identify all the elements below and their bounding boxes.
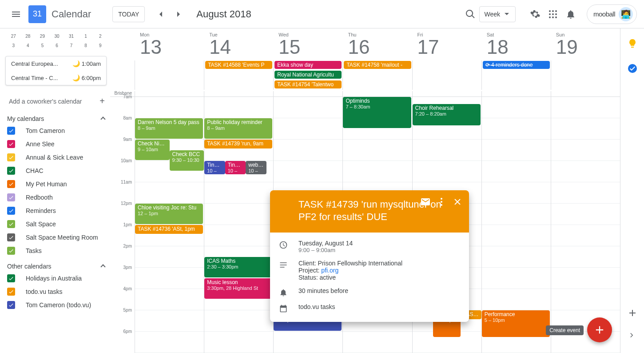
settings-button[interactable] bbox=[526, 5, 544, 23]
day-header[interactable]: Wed15 bbox=[273, 28, 342, 60]
calendar-list-item[interactable]: todo.vu tasks bbox=[4, 285, 110, 298]
timed-event[interactable]: ICAS Maths2:30 – 3:30pm bbox=[204, 257, 272, 277]
mini-cal-day[interactable]: 1 bbox=[80, 34, 91, 39]
event-project-link[interactable]: pfi.org bbox=[321, 267, 338, 274]
mini-cal-day[interactable]: 27 bbox=[8, 34, 19, 39]
mini-cal-day[interactable]: 7 bbox=[66, 43, 77, 48]
email-guests-button[interactable] bbox=[417, 194, 433, 210]
calendar-list-item[interactable]: Holidays in Australia bbox=[4, 272, 110, 285]
mini-cal-day[interactable]: 28 bbox=[23, 34, 33, 39]
close-popup-button[interactable] bbox=[449, 194, 465, 210]
calendar-checkbox[interactable] bbox=[7, 193, 15, 201]
timed-event[interactable]: Choir Rehearsal7:20 – 8:20am bbox=[413, 104, 481, 125]
day-header[interactable]: Sun19 bbox=[551, 28, 620, 60]
world-clock-row[interactable]: Central Time - C...🌙6:00pm bbox=[6, 71, 106, 85]
add-addon-button[interactable] bbox=[624, 305, 640, 321]
calendar-list-item[interactable]: CHAC bbox=[4, 164, 110, 177]
mini-cal-day[interactable]: 30 bbox=[52, 34, 62, 39]
allday-event[interactable]: Royal National Agricultu bbox=[274, 71, 342, 79]
day-header[interactable]: Mon13 bbox=[135, 28, 204, 60]
day-header[interactable]: Thu16 bbox=[342, 28, 412, 60]
day-column[interactable]: Public holiday reminder8 – 9amTASK #1473… bbox=[204, 97, 273, 353]
mini-cal-day[interactable]: 2 bbox=[95, 34, 106, 39]
timed-event[interactable]: Chloe visiting Joc re: Stu12 – 1pm bbox=[135, 204, 203, 224]
allday-event[interactable]: Ekka show day bbox=[274, 61, 342, 69]
timed-event[interactable]: Optiminds7 – 8:30am bbox=[343, 97, 411, 128]
calendar-checkbox[interactable] bbox=[7, 220, 15, 228]
calendar-list-item[interactable]: My Pet Human bbox=[4, 177, 110, 191]
timed-event[interactable]: Public holiday reminder8 – 9am bbox=[204, 118, 272, 139]
hour-label: 1pm bbox=[110, 225, 135, 246]
timed-event[interactable]: webina10 – 11 bbox=[246, 161, 266, 174]
mini-calendar[interactable]: 272829303112 3456789 bbox=[4, 32, 110, 54]
allday-event[interactable]: TASK #14754 'Talentwo bbox=[274, 80, 342, 88]
mini-cal-day[interactable]: 4 bbox=[23, 43, 33, 48]
apps-button[interactable] bbox=[544, 5, 562, 23]
timed-event[interactable]: Music lesson3:30pm, 28 Highland St bbox=[204, 278, 272, 299]
calendar-checkbox[interactable] bbox=[7, 127, 15, 135]
calendar-checkbox[interactable] bbox=[7, 153, 15, 161]
allday-event[interactable]: ⟳ 4 reminders done bbox=[483, 61, 550, 69]
my-calendars-header[interactable]: My calendars bbox=[4, 110, 110, 124]
hour-label: 9am bbox=[110, 140, 135, 161]
add-coworker-calendar[interactable]: Add a coworker's calendar + bbox=[4, 92, 110, 110]
calendar-list-item[interactable]: Anne Slee bbox=[4, 137, 110, 151]
calendar-list-item[interactable]: Salt Space bbox=[4, 217, 110, 231]
timed-event[interactable]: TASK #14736 'ASt, 1pm bbox=[135, 225, 203, 234]
mini-cal-day[interactable]: 29 bbox=[37, 34, 48, 39]
keep-icon[interactable] bbox=[624, 36, 640, 52]
calendar-checkbox[interactable] bbox=[7, 288, 15, 296]
mini-cal-day[interactable]: 3 bbox=[8, 43, 19, 48]
timed-event[interactable]: TASK #14739 'run, 9am bbox=[204, 140, 272, 148]
today-button[interactable]: TODAY bbox=[112, 6, 145, 22]
allday-event[interactable]: TASK #14588 'Events P bbox=[205, 61, 272, 69]
moon-icon: 🌙 bbox=[72, 60, 80, 67]
day-column[interactable]: Performance5 – 10pm bbox=[481, 97, 551, 353]
calendar-checkbox[interactable] bbox=[7, 167, 15, 175]
timed-event[interactable]: Check BCC9:30 – 10:30 bbox=[170, 150, 204, 171]
timed-event[interactable]: Darren Nelson 5 day pass8 – 9am bbox=[135, 118, 203, 139]
view-selector[interactable]: Week bbox=[479, 6, 516, 22]
tasks-icon[interactable] bbox=[624, 60, 640, 76]
account-switcher[interactable]: mooball 🧑‍💻 bbox=[587, 4, 637, 24]
allday-event[interactable]: TASK #14758 'mailout - bbox=[344, 61, 411, 69]
calendar-list-item[interactable]: Redbooth bbox=[4, 191, 110, 204]
calendar-list-item[interactable]: Reminders bbox=[4, 204, 110, 217]
mini-cal-day[interactable]: 8 bbox=[80, 43, 91, 48]
event-options-button[interactable] bbox=[433, 194, 449, 210]
day-header[interactable]: Fri17 bbox=[412, 28, 481, 60]
calendar-checkbox[interactable] bbox=[7, 140, 15, 148]
timed-event[interactable]: Check Nivesh's times9 – 10am bbox=[135, 140, 170, 160]
day-column[interactable] bbox=[551, 97, 620, 353]
next-week-button[interactable] bbox=[170, 5, 187, 23]
calendar-list-item[interactable]: Annual & Sick Leave bbox=[4, 151, 110, 164]
calendar-list-item[interactable]: Tasks bbox=[4, 244, 110, 257]
calendar-checkbox[interactable] bbox=[7, 274, 15, 282]
calendar-list-item[interactable]: Tom Cameron (todo.vu) bbox=[4, 298, 110, 312]
day-header[interactable]: Sat18 bbox=[481, 28, 551, 60]
other-calendars-header[interactable]: Other calendars bbox=[4, 257, 110, 272]
day-header[interactable]: Tue14 bbox=[204, 28, 273, 60]
timed-event[interactable]: Tina - c10 – 11 bbox=[225, 161, 246, 174]
calendar-checkbox[interactable] bbox=[7, 233, 15, 241]
calendar-checkbox[interactable] bbox=[7, 180, 15, 188]
calendar-checkbox[interactable] bbox=[7, 207, 15, 215]
calendar-checkbox[interactable] bbox=[7, 301, 15, 309]
notifications-button[interactable] bbox=[562, 5, 580, 23]
calendar-checkbox[interactable] bbox=[7, 247, 15, 255]
calendar-list-item[interactable]: Tom Cameron bbox=[4, 124, 110, 137]
calendar-list-item[interactable]: Salt Space Meeting Room bbox=[4, 231, 110, 244]
mini-cal-day[interactable]: 31 bbox=[66, 34, 77, 39]
side-panel-next-button[interactable] bbox=[624, 328, 639, 342]
world-clock-row[interactable]: Central Europea...🌙1:00am bbox=[6, 56, 106, 71]
mini-cal-day[interactable]: 6 bbox=[52, 43, 62, 48]
prev-week-button[interactable] bbox=[152, 5, 170, 23]
mini-cal-day[interactable]: 9 bbox=[95, 43, 106, 48]
timed-event[interactable]: Tina - c10 – 11 bbox=[204, 161, 225, 174]
day-column[interactable]: Darren Nelson 5 day pass8 – 9amCheck Niv… bbox=[135, 97, 204, 353]
create-event-fab[interactable] bbox=[587, 317, 612, 342]
search-button[interactable] bbox=[461, 5, 479, 23]
timed-event[interactable]: Performance5 – 10pm bbox=[482, 310, 550, 337]
mini-cal-day[interactable]: 5 bbox=[37, 43, 48, 48]
menu-button[interactable] bbox=[7, 5, 25, 23]
